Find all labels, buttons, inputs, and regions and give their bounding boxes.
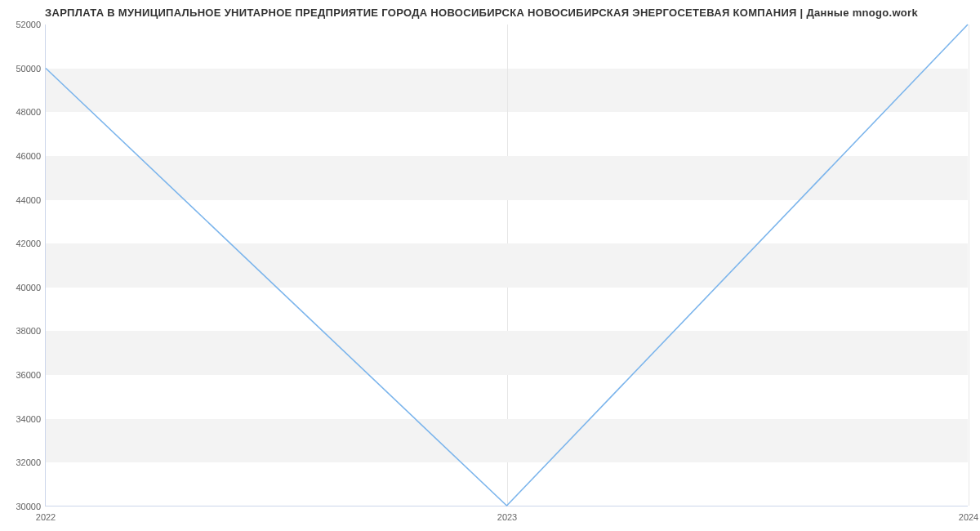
y-tick-label: 30000 (16, 502, 46, 511)
y-tick-label: 42000 (16, 239, 46, 248)
x-tick-label: 2024 (959, 512, 978, 522)
grid-vertical (969, 25, 969, 506)
y-tick-label: 36000 (16, 370, 46, 380)
y-tick-label: 34000 (16, 414, 46, 424)
chart-plot-area: 3000032000340003600038000400004200044000… (45, 25, 968, 506)
y-tick-label: 48000 (16, 107, 46, 117)
y-tick-label: 52000 (16, 20, 46, 29)
x-tick-label: 2022 (36, 512, 56, 522)
y-tick-label: 40000 (16, 283, 46, 292)
y-tick-label: 32000 (16, 457, 46, 467)
y-tick-label: 38000 (16, 326, 46, 336)
y-tick-label: 44000 (16, 195, 46, 205)
series-line (46, 25, 968, 506)
x-tick-label: 2023 (497, 512, 517, 522)
y-tick-label: 50000 (16, 64, 46, 74)
y-tick-label: 46000 (16, 151, 46, 161)
chart-title: ЗАРПЛАТА В МУНИЦИПАЛЬНОЕ УНИТАРНОЕ ПРЕДП… (45, 7, 918, 19)
